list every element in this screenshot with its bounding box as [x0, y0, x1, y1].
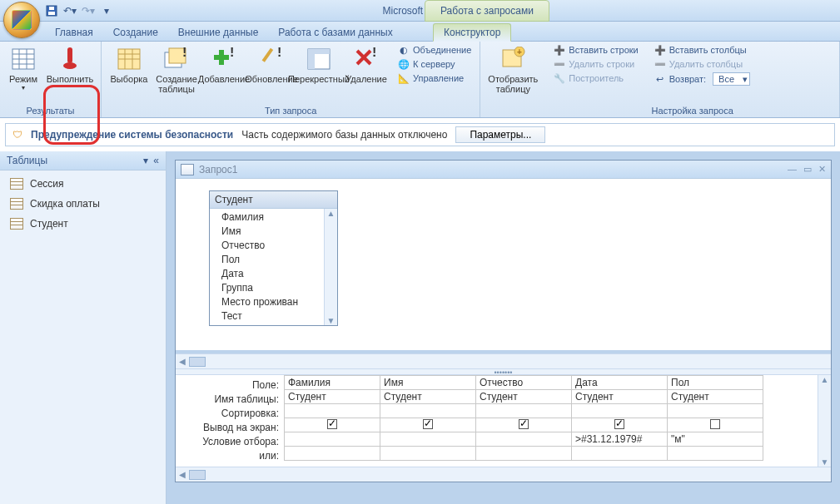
- delete-rows-button[interactable]: ➖Удалить строки: [550, 57, 641, 71]
- append-icon: !: [211, 46, 237, 72]
- security-options-button[interactable]: Параметры...: [455, 126, 545, 143]
- crosstab-icon: [306, 46, 332, 72]
- grid-vscrollbar[interactable]: ▲▼: [818, 375, 831, 467]
- field-item[interactable]: Отчество: [221, 239, 337, 253]
- source-table-name: Студент: [210, 191, 337, 209]
- field-item[interactable]: Место проживан: [221, 295, 337, 309]
- field-item[interactable]: Фамилия: [221, 210, 337, 225]
- field-item[interactable]: Группа: [221, 281, 337, 295]
- undo-icon[interactable]: ↶▾: [63, 4, 77, 17]
- datasheet-icon: [10, 46, 37, 72]
- run-button[interactable]: Выполнить: [44, 43, 96, 86]
- builder-button[interactable]: 🔧Построитель: [550, 72, 641, 85]
- mode-button[interactable]: Режим▾: [5, 43, 42, 94]
- query-diagram-pane[interactable]: Студент Фамилия Имя Отчество Пол Дата Гр…: [176, 179, 831, 353]
- tab-external[interactable]: Внешние данные: [168, 24, 269, 41]
- grid-cell[interactable]: Студент: [572, 390, 668, 404]
- grid-cell-show[interactable]: [572, 418, 668, 432]
- select-query-button[interactable]: Выборка: [107, 43, 152, 86]
- grid-cell[interactable]: [572, 447, 668, 461]
- field-list-scrollbar[interactable]: ▲▼: [324, 209, 337, 325]
- grid-row-criteria: >#31.12.1979# "м": [285, 432, 763, 447]
- source-field-list[interactable]: Фамилия Имя Отчество Пол Дата Группа Мес…: [210, 209, 337, 325]
- grid-cell[interactable]: Имя: [380, 376, 476, 390]
- tab-create[interactable]: Создание: [103, 24, 168, 41]
- make-table-button[interactable]: ! Создание таблицы: [154, 43, 199, 96]
- group-results: Режим▾ Выполнить Результаты: [0, 42, 102, 117]
- context-tab-group: Работа с запросами: [425, 0, 549, 22]
- grid-cell[interactable]: Отчество: [476, 376, 572, 390]
- grid-cell-show[interactable]: [285, 418, 380, 432]
- grid-cell[interactable]: >#31.12.1979#: [572, 432, 668, 447]
- grid-cell[interactable]: Студент: [668, 390, 763, 404]
- design-grid[interactable]: Фамилия Имя Отчество Дата Пол Студент Ст…: [284, 375, 763, 461]
- grid-cell[interactable]: Дата: [572, 376, 668, 390]
- grid-cell[interactable]: Студент: [285, 390, 380, 404]
- nav-item-table[interactable]: Сессия: [0, 174, 166, 194]
- grid-cell[interactable]: Пол: [668, 376, 763, 390]
- grid-cell[interactable]: [285, 404, 380, 418]
- grid-cell[interactable]: Студент: [476, 390, 572, 404]
- field-item[interactable]: Дата: [221, 267, 337, 281]
- union-button[interactable]: ◐Объединение: [395, 43, 475, 57]
- insert-cols-button[interactable]: ➕Вставить столбцы: [651, 43, 753, 57]
- minimize-icon[interactable]: —: [788, 164, 797, 175]
- grid-cell[interactable]: [476, 404, 572, 418]
- grid-cell[interactable]: [668, 447, 763, 461]
- delete-cols-button[interactable]: ➖Удалить столбцы: [651, 57, 753, 71]
- show-table-icon: +: [500, 46, 526, 72]
- field-item[interactable]: Пол: [221, 253, 337, 267]
- grid-cell[interactable]: Фамилия: [285, 376, 380, 390]
- grid-row-show: [285, 418, 763, 432]
- nav-header[interactable]: Таблицы ▾ «: [0, 151, 166, 170]
- grid-cell[interactable]: [380, 432, 476, 447]
- upper-hscroll[interactable]: ◀: [176, 353, 831, 368]
- security-title: Предупреждение системы безопасности: [31, 129, 233, 141]
- grid-cell[interactable]: [668, 404, 763, 418]
- nav-item-table[interactable]: Студент: [0, 214, 166, 234]
- grid-cell[interactable]: [380, 447, 476, 461]
- grid-cell[interactable]: [572, 404, 668, 418]
- grid-cell[interactable]: Студент: [380, 390, 476, 404]
- grid-cell[interactable]: [285, 447, 380, 461]
- delete-query-button[interactable]: ! Удаление: [344, 43, 389, 86]
- show-table-button[interactable]: + Отобразить таблицу: [485, 43, 540, 96]
- save-icon[interactable]: [45, 4, 58, 17]
- lower-hscroll[interactable]: ◀: [176, 467, 831, 482]
- grid-cell[interactable]: [285, 432, 380, 447]
- passthrough-button[interactable]: 🌐К серверу: [395, 57, 475, 71]
- builder-icon: 🔧: [554, 72, 565, 84]
- redo-icon[interactable]: ↷▾: [82, 4, 95, 17]
- field-item[interactable]: Имя: [221, 225, 337, 239]
- chevron-down-icon[interactable]: ▾ «: [143, 155, 159, 166]
- return-combo[interactable]: Все▾: [713, 72, 750, 86]
- append-button[interactable]: ! Добавление: [201, 43, 246, 86]
- grid-row-or: [285, 447, 763, 461]
- source-table-box[interactable]: Студент Фамилия Имя Отчество Пол Дата Гр…: [209, 190, 338, 326]
- maximize-icon[interactable]: ▭: [803, 164, 812, 175]
- grid-cell[interactable]: [476, 447, 572, 461]
- field-item[interactable]: Тест: [221, 309, 337, 324]
- close-icon[interactable]: ✕: [818, 164, 826, 175]
- tab-designer[interactable]: Конструктор: [433, 23, 511, 42]
- tab-home[interactable]: Главная: [45, 24, 103, 41]
- datadef-button[interactable]: 📐Управление: [395, 72, 475, 85]
- grid-cell-show[interactable]: [476, 418, 572, 432]
- table-icon: [10, 178, 23, 190]
- query-design-window: Запрос1 — ▭ ✕ Студент Фамилия Имя Отчест…: [175, 160, 832, 482]
- update-button[interactable]: ! Обновление: [249, 43, 294, 86]
- crosstab-button[interactable]: Перекрестный: [296, 43, 341, 86]
- query-window-titlebar[interactable]: Запрос1 — ▭ ✕: [176, 161, 831, 179]
- nav-item-table[interactable]: Скидка оплаты: [0, 194, 166, 214]
- grid-cell[interactable]: "м": [668, 432, 763, 447]
- qat-dropdown-icon[interactable]: ▾: [100, 4, 113, 17]
- grid-cell[interactable]: [476, 432, 572, 447]
- grid-cell-show[interactable]: [380, 418, 476, 432]
- office-button[interactable]: [3, 2, 40, 38]
- grid-cell[interactable]: [380, 404, 476, 418]
- workspace: Запрос1 — ▭ ✕ Студент Фамилия Имя Отчест…: [167, 151, 840, 504]
- pane-splitter[interactable]: •••••••: [176, 368, 831, 375]
- insert-rows-button[interactable]: ➕Вставить строки: [550, 43, 641, 57]
- tab-dbtools[interactable]: Работа с базами данных: [268, 24, 402, 41]
- grid-cell-show[interactable]: [668, 418, 763, 432]
